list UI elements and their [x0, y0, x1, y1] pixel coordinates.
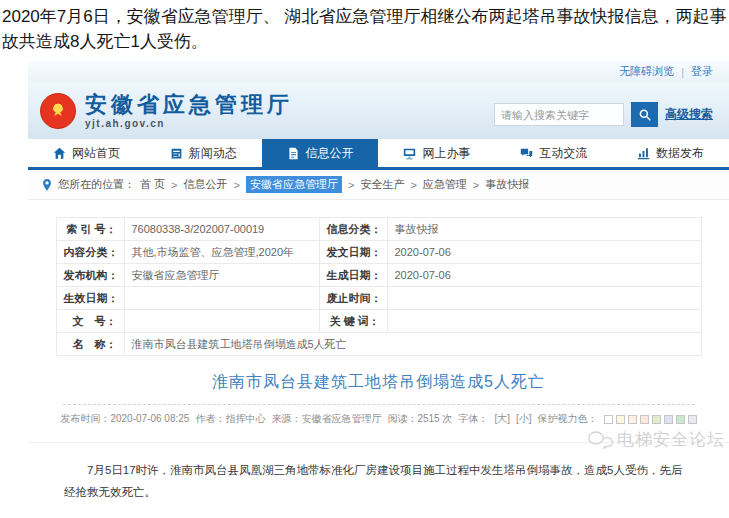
search-input[interactable]	[494, 103, 624, 126]
website-screenshot: 无障碍浏览 | 登录 ★ 安徽省应急管理厅 yjt.ah.gov.cn 高级搜索…	[28, 61, 729, 518]
accessibility-link[interactable]: 无障碍浏览	[619, 64, 674, 79]
breadcrumb-item-department[interactable]: 安徽省应急管理厅	[246, 176, 342, 193]
nav-item-news[interactable]: 新闻动态	[145, 139, 262, 167]
index-number-value: 76080338-3/202007-00019	[124, 218, 319, 241]
content-category-label: 内容分类：	[56, 241, 124, 264]
breadcrumb-separator: >	[410, 179, 416, 191]
breadcrumb-separator: >	[348, 179, 354, 191]
keywords-value	[387, 310, 701, 333]
breadcrumb-item-info[interactable]: 信息公开	[184, 177, 228, 192]
site-topbar: 无障碍浏览 | 登录	[28, 61, 729, 82]
article-body: 7月5日17时许，淮南市凤台县凤凰湖三角地带标准化厂房建设项目施工过程中发生塔吊…	[64, 460, 693, 504]
document-icon	[287, 147, 300, 160]
national-emblem-icon: ★	[40, 93, 76, 129]
document-info-table: 索 引 号： 76080338-3/202007-00019 信息分类： 事故快…	[56, 217, 702, 356]
login-link[interactable]: 登录	[691, 64, 713, 79]
article-meta: 发布时间：2020-07-06 08:25 作者：指挥中心 来源：安徽省应急管理…	[28, 412, 729, 426]
doc-number-label: 文 号：	[56, 310, 124, 333]
breadcrumb-separator: >	[171, 179, 177, 191]
watermark-text: 电梯安全论坛	[617, 428, 725, 451]
generated-date-value: 2020-07-06	[387, 264, 701, 287]
publisher-label: 发布机构：	[56, 264, 124, 287]
color-swatch[interactable]	[664, 415, 673, 424]
monitor-icon	[403, 147, 416, 160]
doc-number-value	[124, 310, 319, 333]
site-header: ★ 安徽省应急管理厅 yjt.ah.gov.cn 高级搜索	[28, 82, 729, 139]
chart-icon	[637, 147, 650, 160]
table-row: 索 引 号： 76080338-3/202007-00019 信息分类： 事故快…	[56, 218, 701, 241]
color-swatch[interactable]	[676, 415, 685, 424]
nav-label: 数据发布	[656, 145, 704, 162]
site-title: 安徽省应急管理厅	[85, 93, 293, 117]
site-logo[interactable]: ★ 安徽省应急管理厅 yjt.ah.gov.cn	[40, 93, 293, 129]
info-category-label: 信息分类：	[319, 218, 387, 241]
nav-item-interaction[interactable]: 互动交流	[495, 139, 612, 167]
search-icon	[638, 108, 652, 122]
eye-protection-label: 保护视力色：	[538, 412, 598, 426]
advanced-search-link[interactable]: 高级搜索	[665, 106, 713, 123]
site-url: yjt.ah.gov.cn	[85, 118, 293, 129]
breadcrumb-item-safety[interactable]: 安全生产	[360, 177, 404, 192]
font-large-button[interactable]: [大]	[494, 412, 510, 426]
expiry-date-label: 废止时间：	[319, 287, 387, 310]
breadcrumb-separator: >	[473, 179, 479, 191]
nav-label: 信息公开	[306, 145, 354, 162]
color-swatch[interactable]	[616, 415, 625, 424]
search-button[interactable]	[631, 102, 658, 127]
article-author: 作者：指挥中心	[195, 412, 265, 426]
forum-logo-icon	[587, 430, 613, 449]
keywords-label: 关 键 词：	[319, 310, 387, 333]
breadcrumb: 您所在的位置： 首 页 > 信息公开 > 安徽省应急管理厅 > 安全生产 > 应…	[28, 170, 729, 200]
home-icon	[53, 147, 66, 160]
issue-date-label: 发文日期：	[319, 241, 387, 264]
color-swatch[interactable]	[652, 415, 661, 424]
content-category-value: 其他,市场监管、应急管理,2020年	[124, 241, 319, 264]
nav-item-online-services[interactable]: 网上办事	[378, 139, 495, 167]
generated-date-label: 生成日期：	[319, 264, 387, 287]
color-swatch[interactable]	[604, 415, 613, 424]
dashed-divider	[63, 404, 695, 405]
eye-protection-swatches	[604, 415, 697, 424]
name-value: 淮南市凤台县建筑工地塔吊倒塌造成5人死亡	[124, 333, 701, 356]
article-body-section: 电梯安全论坛 7月5日17时许，淮南市凤台县凤凰湖三角地带标准化厂房建设项目施工…	[28, 442, 729, 518]
location-pin-icon	[41, 178, 53, 192]
content-area: 索 引 号： 76080338-3/202007-00019 信息分类： 事故快…	[28, 200, 729, 518]
breadcrumb-separator: >	[234, 179, 240, 191]
effective-date-value	[124, 287, 319, 310]
article-title: 淮南市凤台县建筑工地塔吊倒塌造成5人死亡	[28, 372, 729, 393]
color-swatch[interactable]	[628, 415, 637, 424]
nav-label: 互动交流	[539, 145, 587, 162]
site-title-block: 安徽省应急管理厅 yjt.ah.gov.cn	[85, 93, 293, 129]
table-row: 文 号： 关 键 词：	[56, 310, 701, 333]
breadcrumb-item-bulletin[interactable]: 事故快报	[485, 177, 529, 192]
publisher-value: 安徽省应急管理厅	[124, 264, 319, 287]
topbar-separator: |	[681, 66, 684, 78]
info-category-value: 事故快报	[387, 218, 701, 241]
news-icon	[170, 147, 183, 160]
view-count: 阅读：2515 次	[387, 412, 452, 426]
main-nav: 网站首页 新闻动态 信息公开 网上办事 互动交流 数据发布	[28, 139, 729, 170]
index-number-label: 索 引 号：	[56, 218, 124, 241]
color-swatch[interactable]	[688, 415, 697, 424]
effective-date-label: 生效日期：	[56, 287, 124, 310]
color-swatch[interactable]	[640, 415, 649, 424]
nav-label: 网站首页	[72, 145, 120, 162]
breadcrumb-item-home[interactable]: 首 页	[140, 177, 165, 192]
nav-item-data-release[interactable]: 数据发布	[612, 139, 729, 167]
nav-item-home[interactable]: 网站首页	[28, 139, 145, 167]
breadcrumb-item-emergency[interactable]: 应急管理	[423, 177, 467, 192]
search-area: 高级搜索	[494, 102, 713, 127]
intro-text: 2020年7月6日，安徽省应急管理厅、 湖北省应急管理厅相继公布两起塔吊事故快报…	[0, 0, 729, 61]
name-label: 名 称：	[56, 333, 124, 356]
article-source: 来源：安徽省应急管理厅	[271, 412, 381, 426]
nav-item-info-disclosure[interactable]: 信息公开	[262, 139, 379, 167]
chat-icon	[520, 147, 533, 160]
breadcrumb-prefix: 您所在的位置：	[58, 177, 135, 192]
expiry-date-value	[387, 287, 701, 310]
nav-label: 新闻动态	[189, 145, 237, 162]
font-small-button[interactable]: [小]	[516, 412, 532, 426]
table-row: 内容分类： 其他,市场监管、应急管理,2020年 发文日期： 2020-07-0…	[56, 241, 701, 264]
nav-label: 网上办事	[422, 145, 470, 162]
issue-date-value: 2020-07-06	[387, 241, 701, 264]
watermark: 电梯安全论坛	[587, 428, 725, 451]
